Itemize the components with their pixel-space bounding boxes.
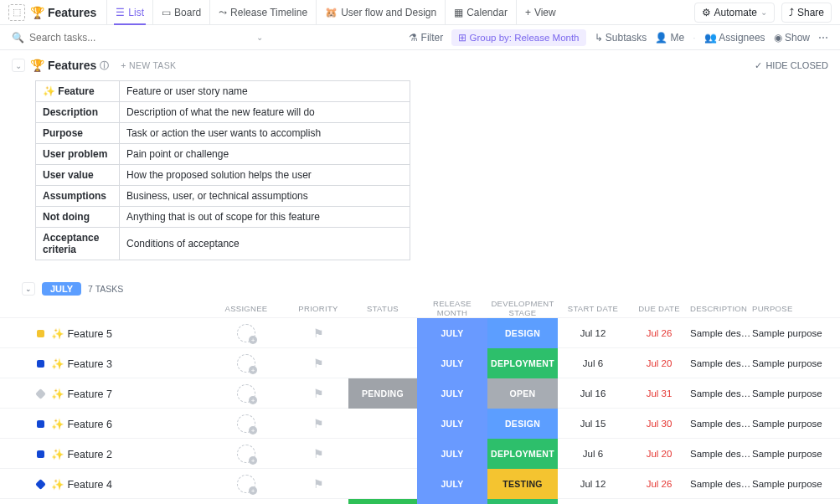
status-pill[interactable]: IN PROGRESS [348, 409, 417, 439]
tab-calendar[interactable]: ▦Calendar [445, 0, 516, 24]
due-date[interactable]: Jul 20 [628, 358, 690, 368]
purpose-cell[interactable]: Sample purpose [752, 479, 836, 489]
assignee-cell[interactable] [204, 384, 288, 403]
due-date[interactable]: Jul 26 [628, 328, 690, 338]
chevron-down-icon[interactable]: ⌄ [12, 59, 25, 72]
assignee-cell[interactable] [204, 324, 288, 342]
task-row[interactable]: ✨ Feature 7 ⚑ PENDING JULY OPEN Jul 16 J… [0, 378, 840, 408]
start-date[interactable]: Jul 12 [558, 479, 628, 489]
stage-pill[interactable]: DESIGN [487, 409, 558, 439]
priority-cell[interactable]: ⚑ [288, 387, 348, 400]
start-date[interactable]: Jul 6 [558, 449, 628, 459]
status-pill[interactable]: PENDING [348, 378, 417, 409]
release-month-pill[interactable]: JULY [417, 409, 487, 439]
new-task-link[interactable]: + NEW TASK [121, 60, 176, 70]
status-pill[interactable]: IN PROGRESS [348, 469, 417, 499]
assignee-avatar[interactable] [237, 384, 255, 403]
status-pill[interactable]: COMPLETE [348, 499, 417, 504]
status-pill[interactable]: IN PROGRESS [348, 348, 417, 378]
release-month-pill[interactable]: JULY [417, 439, 487, 469]
status-pill[interactable]: IN PROGRESS [348, 439, 417, 469]
release-month-pill[interactable]: JULY [417, 469, 487, 499]
description-cell[interactable]: Sample description [690, 449, 752, 459]
purpose-cell[interactable]: Sample purpose [752, 419, 836, 429]
purpose-cell[interactable]: Sample purpose [752, 328, 836, 338]
priority-cell[interactable]: ⚑ [288, 417, 348, 430]
start-date[interactable]: Jul 6 [558, 358, 628, 368]
task-row[interactable]: ✨ Feature 5 ⚑ NEEDS REVIEW JULY DESIGN J… [0, 317, 840, 347]
task-name-cell[interactable]: ✨ Feature 4 [37, 478, 204, 491]
purpose-cell[interactable]: Sample purpose [752, 388, 836, 399]
description-cell[interactable]: Sample description [690, 479, 752, 489]
stage-pill[interactable]: OPEN [487, 378, 558, 409]
task-row[interactable]: ✨ Feature 3 ⚑ IN PROGRESS JULY DEPLOYMEN… [0, 347, 840, 378]
task-row[interactable]: ✨ Feature 4 ⚑ IN PROGRESS JULY TESTING J… [0, 468, 840, 498]
release-month-pill[interactable]: JULY [417, 499, 487, 504]
task-name-cell[interactable]: ✨ Feature 6 [37, 418, 204, 430]
filter-button[interactable]: ⚗ Filter [409, 32, 443, 44]
col-release[interactable]: RELEASE MONTH [417, 299, 487, 317]
col-purpose[interactable]: PURPOSE [752, 304, 836, 313]
col-status[interactable]: STATUS [348, 304, 417, 313]
task-row[interactable]: ✨ Feature 6 ⚑ IN PROGRESS JULY DESIGN Ju… [0, 408, 840, 438]
group-pill[interactable]: JULY [42, 282, 81, 296]
purpose-cell[interactable]: Sample purpose [752, 358, 836, 368]
tab-release-timeline[interactable]: ⤳Release Timeline [209, 0, 316, 24]
start-date[interactable]: Jul 12 [558, 328, 628, 338]
stage-pill[interactable]: TESTING [487, 469, 558, 499]
status-pill[interactable]: NEEDS REVIEW [348, 318, 417, 348]
collapse-icon[interactable]: ⌄ [22, 282, 35, 296]
assignee-avatar[interactable] [237, 414, 255, 433]
release-month-pill[interactable]: JULY [417, 318, 487, 348]
col-stage[interactable]: DEVELOPMENT STAGE [487, 299, 558, 317]
me-button[interactable]: 👤 Me [655, 32, 684, 44]
assignee-avatar[interactable] [237, 475, 255, 493]
stage-pill[interactable]: DEPLOYMENT [487, 348, 558, 378]
description-cell[interactable]: Sample description [690, 328, 752, 338]
priority-cell[interactable]: ⚑ [288, 357, 348, 370]
priority-cell[interactable]: ⚑ [288, 447, 348, 460]
start-date[interactable]: Jul 15 [558, 419, 628, 429]
assignee-avatar[interactable] [237, 354, 255, 373]
col-start[interactable]: START DATE [558, 304, 628, 313]
group-by-chip[interactable]: ⊞ Group by: Release Month [451, 29, 585, 46]
due-date[interactable]: Jul 31 [628, 388, 690, 399]
task-row[interactable]: ✨ Feature 2 ⚑ IN PROGRESS JULY DEPLOYMEN… [0, 438, 840, 468]
assignee-avatar[interactable] [237, 324, 255, 342]
col-assignee[interactable]: ASSIGNEE [204, 304, 288, 313]
priority-cell[interactable]: ⚑ [288, 477, 348, 491]
subtasks-button[interactable]: ↳ Subtasks [595, 32, 647, 44]
tab-list[interactable]: ☰List [106, 0, 152, 24]
col-due[interactable]: DUE DATE [628, 304, 690, 313]
release-month-pill[interactable]: JULY [417, 378, 487, 409]
assignee-cell[interactable] [204, 354, 288, 373]
task-name-cell[interactable]: ✨ Feature 7 [37, 388, 204, 400]
priority-cell[interactable]: ⚑ [288, 327, 348, 340]
task-name-cell[interactable]: ✨ Feature 2 [37, 448, 204, 460]
description-cell[interactable]: Sample description [690, 388, 752, 399]
start-date[interactable]: Jul 16 [558, 388, 628, 399]
release-month-pill[interactable]: JULY [417, 348, 487, 378]
hide-closed-button[interactable]: ✓ HIDE CLOSED [755, 60, 828, 71]
tab-board[interactable]: ▭Board [152, 0, 209, 24]
info-icon[interactable]: ⓘ [100, 59, 109, 72]
task-name-cell[interactable]: ✨ Feature 3 [37, 357, 204, 370]
assignees-button[interactable]: 👥 Assignees [704, 32, 765, 44]
col-desc[interactable]: DESCRIPTION [690, 304, 752, 313]
stage-pill[interactable]: DEPLOYMENT [487, 439, 558, 469]
purpose-cell[interactable]: Sample purpose [752, 449, 836, 459]
description-cell[interactable]: Sample description [690, 358, 752, 368]
due-date[interactable]: Jul 26 [628, 479, 690, 489]
stage-pill[interactable]: DESIGN [487, 318, 558, 348]
stage-pill[interactable]: EVALUATION [487, 499, 558, 504]
assignee-cell[interactable] [204, 414, 288, 433]
search-input[interactable] [29, 32, 251, 44]
show-button[interactable]: ◉ Show [774, 32, 810, 44]
assignee-cell[interactable] [204, 445, 288, 463]
chevron-down-icon[interactable]: ⌄ [256, 33, 263, 42]
due-date[interactable]: Jul 20 [628, 449, 690, 459]
tab-user-flow-and-design[interactable]: 🐹User flow and Design [316, 0, 445, 24]
due-date[interactable]: Jul 30 [628, 419, 690, 429]
share-button[interactable]: ⤴ Share [781, 3, 832, 23]
task-name-cell[interactable]: ✨ Feature 5 [37, 327, 204, 340]
